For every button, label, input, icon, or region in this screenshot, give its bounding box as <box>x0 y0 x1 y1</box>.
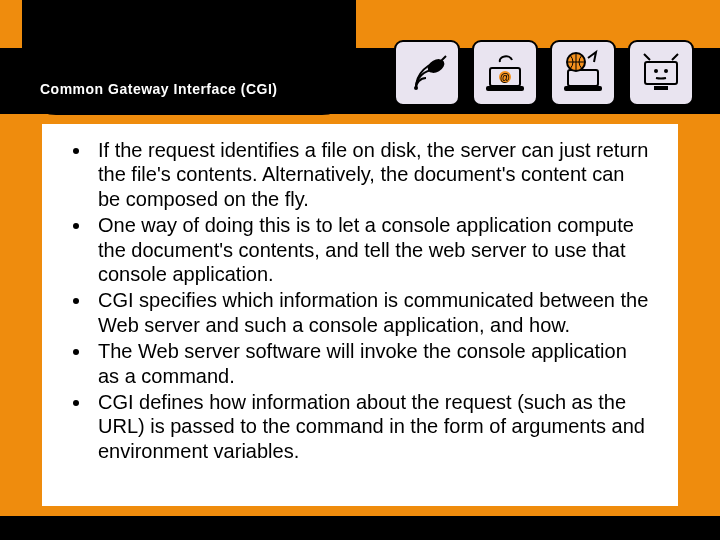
slide: Common Gateway Interface (CGI) @ <box>0 0 720 540</box>
list-item: CGI specifies which information is commu… <box>92 288 652 337</box>
footer-bar <box>0 516 720 540</box>
svg-rect-8 <box>564 86 602 91</box>
svg-text:@: @ <box>500 72 510 83</box>
content-card: If the request identifies a file on disk… <box>42 124 678 506</box>
surveillance-monitor-icon <box>628 40 694 106</box>
svg-rect-11 <box>654 86 668 90</box>
laptop-email-icon: @ <box>472 40 538 106</box>
globe-laptop-icon <box>550 40 616 106</box>
svg-point-12 <box>654 69 658 73</box>
slide-title: Common Gateway Interface (CGI) <box>40 81 278 97</box>
satellite-icon <box>394 40 460 106</box>
list-item: CGI defines how information about the re… <box>92 390 652 463</box>
svg-rect-7 <box>568 70 598 86</box>
svg-rect-4 <box>486 86 524 91</box>
svg-rect-10 <box>645 62 677 84</box>
icon-row: @ <box>394 40 694 106</box>
list-item: One way of doing this is to let a consol… <box>92 213 652 286</box>
header-block: Common Gateway Interface (CGI) <box>22 0 356 115</box>
bullet-list: If the request identifies a file on disk… <box>68 138 652 463</box>
svg-point-13 <box>664 69 668 73</box>
list-item: If the request identifies a file on disk… <box>92 138 652 211</box>
list-item: The Web server software will invoke the … <box>92 339 652 388</box>
